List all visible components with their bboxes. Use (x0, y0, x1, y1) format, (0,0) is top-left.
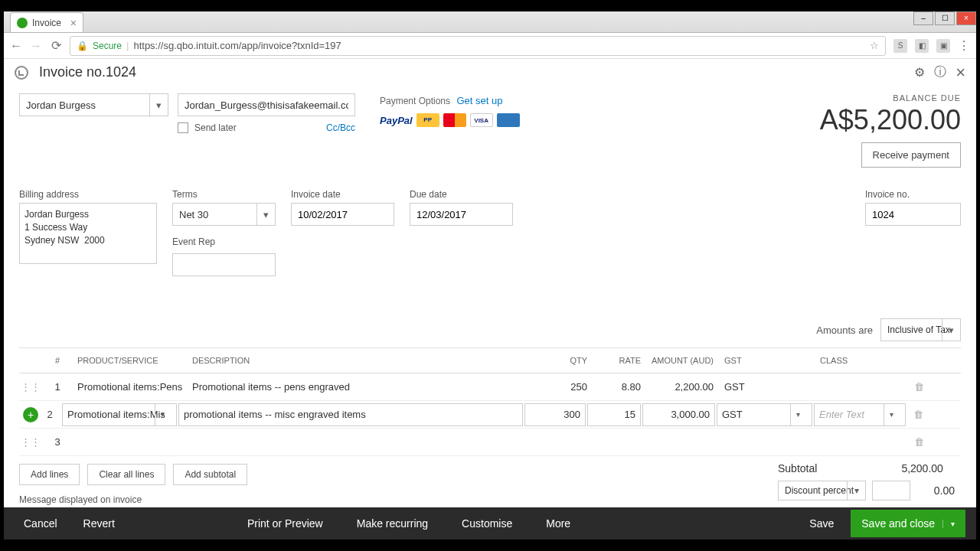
discount-input[interactable] (872, 481, 910, 500)
save-button[interactable]: Save (800, 511, 843, 536)
invoice-date-label: Invoice date (291, 189, 394, 200)
save-close-button[interactable]: Save and close ▾ (851, 510, 965, 537)
lock-icon: 🔒 (77, 41, 88, 51)
row-product-dropdown[interactable]: Promotional items:Mis▾ (62, 403, 177, 426)
maximize-button[interactable]: ☐ (935, 11, 955, 25)
customise-button[interactable]: Customise (452, 511, 521, 536)
add-lines-button[interactable]: Add lines (19, 464, 80, 485)
col-rate: RATE (593, 356, 647, 365)
due-date-label: Due date (410, 189, 513, 200)
receive-payment-button[interactable]: Receive payment (861, 142, 961, 168)
make-recurring-button[interactable]: Make recurring (348, 511, 437, 536)
footer-bar: Cancel Revert Print or Preview Make recu… (4, 507, 976, 540)
chevron-down-icon: ▾ (790, 404, 805, 425)
ext-icon-1[interactable]: S (893, 39, 907, 53)
add-subtotal-button[interactable]: Add subtotal (173, 464, 247, 485)
reload-icon[interactable]: ⟳ (50, 40, 62, 52)
ccbcc-link[interactable]: Cc/Bcc (326, 122, 355, 133)
add-row-icon[interactable]: + (23, 407, 38, 422)
delete-row-icon[interactable]: 🗑 (907, 381, 930, 393)
more-button[interactable]: More (537, 511, 580, 536)
url-field[interactable]: 🔒 Secure | https://sg.qbo.intuit.com/app… (70, 36, 886, 56)
billing-address-label: Billing address (19, 189, 157, 200)
discount-dropdown[interactable]: Discount percent ▾ (778, 481, 866, 500)
billing-address-input[interactable] (19, 203, 157, 264)
col-num: # (42, 356, 73, 365)
row-amount-input[interactable]: 3,000.00 (642, 403, 715, 426)
event-rep-label: Event Rep (172, 236, 276, 247)
print-preview-button[interactable]: Print or Preview (238, 511, 332, 536)
chevron-down-icon: ▾ (884, 404, 899, 425)
row-description-input[interactable]: promotional items -- misc engraved items (178, 403, 523, 426)
chevron-down-icon: ▾ (155, 404, 170, 425)
visa-icon: VISA (470, 113, 493, 127)
line-row-active[interactable]: + 2 Promotional items:Mis▾ promotional i… (19, 401, 961, 429)
window-close-button[interactable]: × (956, 11, 976, 25)
line-row[interactable]: ⋮⋮ 1 Promotional items:Pens Promotional … (19, 373, 961, 401)
row-product[interactable]: Promotional items:Pens (73, 381, 188, 393)
tab-close-icon[interactable]: × (70, 17, 77, 29)
customer-dropdown[interactable]: Jordan Burgess ▾ (19, 93, 168, 116)
amex-icon (497, 113, 520, 127)
delete-row-icon[interactable]: 🗑 (906, 409, 929, 420)
event-rep-input[interactable] (172, 253, 276, 276)
row-qty-input[interactable]: 300 (524, 403, 586, 426)
row-class-dropdown[interactable]: Enter Text▾ (814, 403, 906, 426)
browser-tab-bar: Invoice × – ☐ × (4, 11, 976, 33)
clear-lines-button[interactable]: Clear all lines (87, 464, 165, 485)
menu-icon[interactable]: ⋮ (958, 40, 970, 52)
get-setup-link[interactable]: Get set up (457, 95, 503, 106)
gear-icon[interactable]: ⚙ (914, 65, 925, 80)
tab-title: Invoice (32, 18, 61, 28)
drag-handle-icon[interactable]: ⋮⋮ (19, 436, 42, 448)
tax-inclusive-value: Inclusive of Tax (887, 324, 950, 335)
row-amount[interactable]: 2,200.00 (647, 381, 720, 393)
minimize-button[interactable]: – (913, 11, 933, 25)
cancel-button[interactable]: Cancel (15, 511, 67, 536)
row-rate[interactable]: 8.80 (593, 381, 647, 393)
history-icon[interactable] (15, 66, 28, 80)
chevron-down-icon: ▾ (942, 319, 960, 341)
line-items-grid: # PRODUCT/SERVICE DESCRIPTION QTY RATE A… (19, 347, 961, 456)
window-controls: – ☐ × (913, 11, 976, 25)
terms-dropdown[interactable]: Net 30 ▾ (172, 203, 276, 226)
chevron-down-icon: ▾ (847, 481, 865, 500)
payment-options-label: Payment Options (380, 96, 450, 106)
paypal-icon: PayPal (380, 115, 413, 126)
customer-name: Jordan Burgess (26, 99, 96, 111)
secure-label: Secure (93, 41, 122, 51)
delete-row-icon[interactable]: 🗑 (907, 436, 930, 448)
customer-email-input[interactable] (178, 93, 355, 116)
row-description[interactable]: Promotional items -- pens engraved (188, 381, 532, 393)
ext-icon-3[interactable]: ▣ (936, 39, 950, 53)
col-amount: AMOUNT (AUD) (647, 356, 720, 365)
row-gst[interactable]: GST (720, 381, 815, 393)
revert-button[interactable]: Revert (74, 511, 124, 536)
col-class: CLASS (815, 356, 907, 365)
forward-icon[interactable]: → (30, 40, 42, 52)
paypal-mark-icon: PP (416, 113, 439, 127)
ext-icon-2[interactable]: ◧ (915, 39, 929, 53)
back-icon[interactable]: ← (10, 40, 22, 52)
invoice-no-label: Invoice no. (865, 189, 961, 200)
invoice-no-input[interactable] (865, 203, 961, 226)
row-qty[interactable]: 250 (532, 381, 593, 393)
line-row-empty[interactable]: ⋮⋮ 3 🗑 (19, 429, 961, 456)
star-icon[interactable]: ☆ (870, 40, 879, 51)
row-rate-input[interactable]: 15 (587, 403, 641, 426)
drag-handle-icon[interactable]: ⋮⋮ (19, 381, 42, 393)
subtotal-label: Subtotal (778, 462, 817, 474)
row-gst-dropdown[interactable]: GST▾ (717, 403, 812, 426)
due-date-input[interactable] (410, 203, 513, 226)
browser-tab[interactable]: Invoice × (10, 12, 83, 32)
invoice-date-input[interactable] (291, 203, 394, 226)
tax-inclusive-dropdown[interactable]: Inclusive of Tax ▾ (880, 318, 961, 341)
terms-value: Net 30 (179, 209, 208, 220)
subtotal-value: 5,200.00 (901, 462, 943, 474)
help-icon[interactable]: ⓘ (934, 64, 946, 80)
send-later-checkbox[interactable] (178, 122, 188, 133)
close-panel-icon[interactable]: × (956, 63, 965, 83)
page-title: Invoice no.1024 (39, 64, 136, 80)
chevron-down-icon[interactable]: ▾ (942, 520, 955, 528)
col-gst: GST (720, 356, 815, 365)
